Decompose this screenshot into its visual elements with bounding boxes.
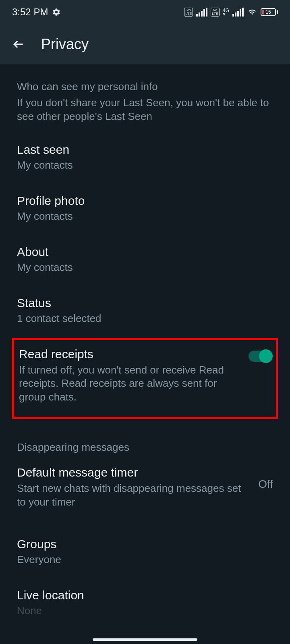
volte-icon-2: VoLTE (211, 8, 220, 17)
volte-icon-1: VoLTE (184, 8, 193, 17)
setting-status[interactable]: Status 1 contact selected (0, 285, 290, 336)
setting-live-location-title: Live location (17, 588, 273, 602)
setting-live-location-value: None (17, 605, 273, 617)
setting-default-timer-description: Start new chats with disappearing messag… (17, 482, 250, 509)
setting-about[interactable]: About My contacts (0, 234, 290, 285)
setting-last-seen[interactable]: Last seen My contacts (0, 132, 290, 183)
setting-groups-value: Everyone (17, 553, 273, 566)
status-time: 3:52 PM (12, 6, 48, 18)
app-bar: Privacy (0, 24, 290, 64)
setting-read-receipts-title: Read receipts (19, 347, 240, 361)
home-indicator[interactable] (93, 638, 197, 641)
content: Who can see my personal info If you don'… (0, 64, 290, 628)
section-personal-info-description: If you don't share your Last Seen, you w… (0, 96, 290, 132)
status-bar-right: VoLTE VoLTE 4G⇅ 15 (184, 8, 278, 17)
setting-default-timer-title: Default message timer (17, 466, 250, 479)
setting-last-seen-title: Last seen (17, 143, 273, 157)
signal-icon-1 (196, 8, 207, 17)
setting-live-location[interactable]: Live location None (0, 577, 290, 628)
setting-about-title: About (17, 245, 273, 259)
setting-default-message-timer[interactable]: Default message timer Start new chats wi… (0, 457, 290, 518)
section-disappearing-header: Disappearing messages (0, 421, 290, 457)
setting-last-seen-value: My contacts (17, 159, 273, 171)
setting-status-title: Status (17, 296, 273, 310)
battery-icon: 15 (261, 8, 278, 16)
back-arrow-icon[interactable] (12, 38, 25, 51)
read-receipts-toggle[interactable] (249, 351, 271, 362)
page-title: Privacy (41, 36, 89, 53)
section-personal-info-header: Who can see my personal info (0, 64, 290, 96)
setting-groups-title: Groups (17, 537, 273, 551)
wifi-icon (247, 8, 257, 16)
network-type-label: 4G⇅ (223, 8, 229, 16)
setting-profile-photo-value: My contacts (17, 210, 273, 223)
status-bar-left: 3:52 PM (12, 6, 61, 18)
status-bar: 3:52 PM VoLTE VoLTE 4G⇅ 15 (0, 0, 290, 24)
gear-icon (52, 8, 61, 17)
setting-groups[interactable]: Groups Everyone (0, 518, 290, 577)
signal-icon-2 (232, 8, 244, 17)
setting-status-value: 1 contact selected (17, 312, 273, 325)
setting-read-receipts[interactable]: Read receipts If turned off, you won't s… (12, 338, 278, 419)
battery-level: 15 (265, 9, 271, 15)
setting-default-timer-value: Off (258, 478, 273, 491)
setting-about-value: My contacts (17, 261, 273, 274)
setting-profile-photo[interactable]: Profile photo My contacts (0, 183, 290, 234)
setting-read-receipts-description: If turned off, you won't send or receive… (19, 363, 240, 404)
setting-profile-photo-title: Profile photo (17, 194, 273, 208)
